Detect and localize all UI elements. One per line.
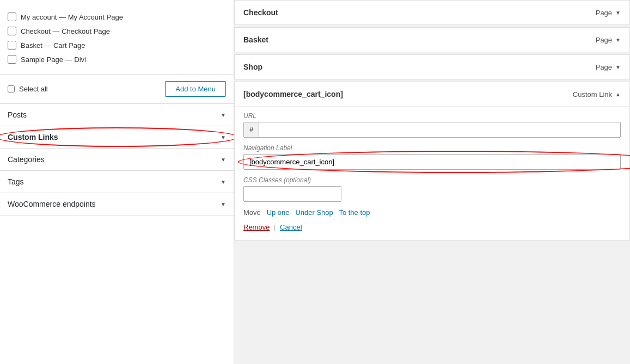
url-input[interactable] [259,122,620,137]
css-input[interactable] [243,186,341,202]
separator: | [274,223,276,231]
select-all-checkbox[interactable] [8,85,15,92]
accordion-posts: Posts ▼ [0,104,234,126]
accordion-woocommerce-header[interactable]: WooCommerce endpoints ▼ [0,193,234,215]
page-item-my-account-label: My account — My Account Page [21,13,123,21]
left-panel: My account — My Account Page Checkout — … [0,0,234,364]
chevron-down-icon-woocommerce: ▼ [221,201,226,207]
checkbox-basket[interactable] [8,41,16,50]
chevron-down-icon-categories: ▼ [221,157,226,163]
css-field-row: CSS Classes (optional) [243,176,621,202]
menu-item-checkout-type: Page ▼ [596,9,621,17]
accordion-custom-links-header[interactable]: Custom Links ▼ [0,126,234,148]
css-field-label: CSS Classes (optional) [243,176,621,184]
checkbox-my-account[interactable] [8,13,16,21]
basket-type-label: Page [596,36,612,44]
select-all-label[interactable]: Select all [8,85,48,93]
collapse-arrow-icon: ▲ [615,91,621,97]
checkout-type-label: Page [596,9,612,17]
move-label: Move [243,208,261,217]
accordion-tags-label: Tags [8,177,24,186]
checkbox-checkout[interactable] [8,27,16,35]
nav-label-input[interactable] [243,154,621,170]
page-item-my-account: My account — My Account Page [8,10,226,24]
page-item-sample: Sample Page — Divi [8,52,226,66]
url-prefix: # [244,122,259,137]
action-row: Remove | Cancel [243,223,621,231]
move-to-top-link[interactable]: To the top [339,208,370,217]
page-item-basket: Basket — Cart Page [8,38,226,52]
menu-item-basket: Basket Page ▼ [234,27,630,52]
move-row: Move Up one Under Shop To the top [243,208,621,217]
accordion-woocommerce: WooCommerce endpoints ▼ [0,193,234,215]
menu-item-basket-label: Basket [243,35,268,44]
expand-arrow-checkout: ▼ [615,10,621,16]
menu-item-shop: Shop Page ▼ [234,54,630,79]
remove-link[interactable]: Remove [243,223,270,231]
select-all-text: Select all [19,85,48,93]
cancel-link[interactable]: Cancel [280,223,302,231]
chevron-down-icon: ▼ [221,112,226,118]
url-field-row: URL # [243,112,621,138]
pages-list: My account — My Account Page Checkout — … [0,5,234,75]
menu-item-shop-label: Shop [243,63,262,71]
select-all-row: Select all Add to Menu [0,75,234,104]
expanded-item-cart-icon: [bodycommerce_cart_icon] Custom Link ▲ U… [234,82,630,240]
accordion-posts-label: Posts [8,110,27,119]
move-under-shop-link[interactable]: Under Shop [295,208,333,217]
accordion-categories-label: Categories [8,155,45,164]
chevron-down-icon-tags: ▼ [221,179,226,185]
accordion-tags: Tags ▼ [0,171,234,193]
accordion-categories-header[interactable]: Categories ▼ [0,149,234,170]
expanded-item-label: [bodycommerce_cart_icon] [243,90,343,98]
chevron-down-icon-custom: ▼ [221,134,226,140]
accordion-categories: Categories ▼ [0,149,234,171]
checkbox-sample[interactable] [8,55,16,64]
add-to-menu-button[interactable]: Add to Menu [165,81,226,97]
shop-type-label: Page [596,63,612,71]
expanded-item-type: Custom Link ▲ [573,90,621,98]
accordion-posts-header[interactable]: Posts ▼ [0,104,234,126]
menu-item-shop-type: Page ▼ [596,63,621,71]
menu-item-checkout: Checkout Page ▼ [234,0,630,25]
menu-item-basket-type: Page ▼ [596,36,621,44]
expanded-type-label: Custom Link [573,90,612,98]
accordion-custom-links: Custom Links ▼ [0,126,234,149]
expand-arrow-basket: ▼ [615,37,621,43]
expand-arrow-shop: ▼ [615,64,621,70]
page-item-checkout: Checkout — Checkout Page [8,24,226,38]
accordion-woocommerce-label: WooCommerce endpoints [8,200,96,208]
url-input-wrapper: # [243,122,621,138]
nav-label-wrapper [243,154,621,170]
nav-label-field-row: Navigation Label [243,144,621,170]
expanded-item-header: [bodycommerce_cart_icon] Custom Link ▲ [235,82,629,106]
move-up-one-link[interactable]: Up one [267,208,290,217]
menu-item-checkout-label: Checkout [243,8,278,17]
expanded-body: URL # Navigation Label CSS Classes (opti… [235,106,629,240]
page-item-checkout-label: Checkout — Checkout Page [21,27,110,35]
page-item-basket-label: Basket — Cart Page [21,41,85,50]
page-item-sample-label: Sample Page — Divi [21,55,86,64]
accordion-custom-links-label: Custom Links [8,133,58,141]
nav-label-field-label: Navigation Label [243,144,621,152]
accordion-tags-header[interactable]: Tags ▼ [0,171,234,193]
right-panel: Checkout Page ▼ Basket Page ▼ Shop Page … [234,0,630,364]
url-field-label: URL [243,112,621,120]
